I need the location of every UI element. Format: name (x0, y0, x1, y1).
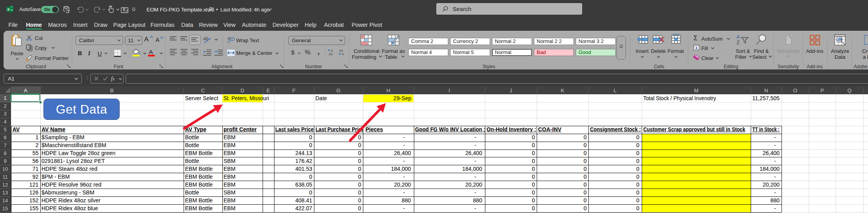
svg-text:Z: Z (736, 39, 740, 45)
svg-text:.00: .00 (328, 52, 333, 56)
svg-text:X: X (7, 7, 9, 11)
svg-text:A: A (736, 34, 740, 40)
svg-text:0: 0 (331, 49, 333, 52)
